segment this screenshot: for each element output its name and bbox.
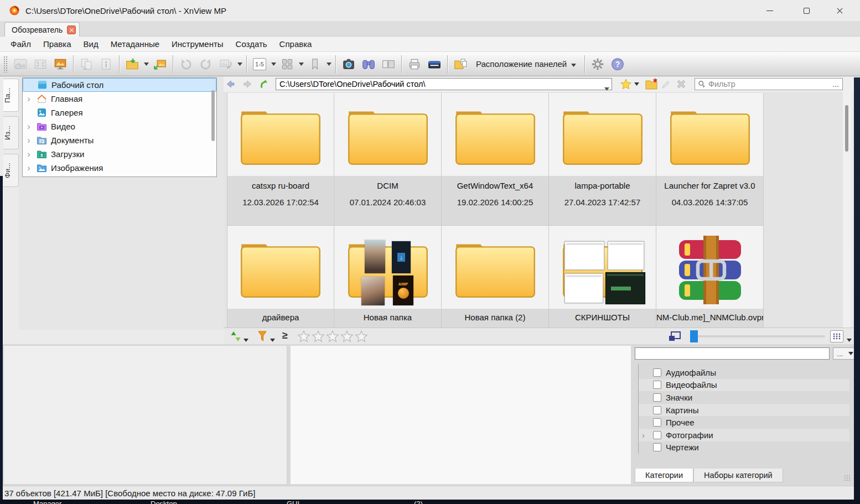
category-row[interactable]: Значки xyxy=(639,391,849,404)
rating-operator[interactable]: ≥ xyxy=(282,330,288,341)
transform-dropdown-icon[interactable] xyxy=(236,54,244,74)
category-checkbox[interactable] xyxy=(653,418,661,427)
help-button[interactable]: ? xyxy=(608,54,628,74)
new-folder-button[interactable]: ✱ xyxy=(645,77,658,91)
rating-filter-dropdown-icon[interactable] xyxy=(270,335,275,345)
file-item[interactable]: драйвера xyxy=(227,226,334,328)
rating-filter-icon[interactable] xyxy=(256,330,269,343)
file-item[interactable]: ↓AIMPНовая папка xyxy=(334,226,442,328)
tree-item-4[interactable]: ›Документы xyxy=(23,133,216,147)
sort-button[interactable] xyxy=(229,330,242,343)
menu-item-0[interactable]: Файл xyxy=(4,38,37,50)
chevron-right-icon[interactable]: › xyxy=(25,164,33,172)
bookmark-dropdown-icon[interactable] xyxy=(325,54,333,74)
file-item[interactable]: Launcher for Zapret v3.004.03.2026 14:37… xyxy=(656,93,764,226)
file-item[interactable]: lampa-portable27.04.2023 17:42:57 xyxy=(549,93,656,226)
close-button[interactable] xyxy=(827,2,852,19)
filter-more-button[interactable]: ... xyxy=(832,80,840,89)
maximize-button[interactable] xyxy=(794,2,819,19)
search-button[interactable] xyxy=(359,54,379,74)
slideshow-button[interactable] xyxy=(50,54,70,74)
file-item[interactable]: DCIM07.01.2024 20:46:03 xyxy=(334,93,442,226)
grid-view-button[interactable] xyxy=(830,330,843,342)
category-checkbox[interactable] xyxy=(653,443,661,451)
tree-item-6[interactable]: ›Изображения xyxy=(23,161,216,175)
batch-rename-button[interactable]: 1-5 xyxy=(250,54,270,74)
acquire-image-button[interactable] xyxy=(150,54,170,74)
favorites-dropdown-icon[interactable] xyxy=(634,77,639,91)
screen-capture-button[interactable] xyxy=(339,54,359,74)
chevron-right-icon[interactable]: › xyxy=(25,95,33,103)
grid-view-dropdown-icon[interactable] xyxy=(847,335,852,345)
menu-item-3[interactable]: Метаданные xyxy=(105,38,165,50)
chevron-right-icon[interactable]: › xyxy=(25,137,33,144)
sort-dropdown-icon[interactable] xyxy=(244,335,248,345)
tree-item-3[interactable]: ›Видео xyxy=(23,119,216,133)
up-button[interactable] xyxy=(257,77,271,91)
panel-tab-1[interactable]: Из... xyxy=(3,116,19,149)
category-row[interactable]: Аудиофайлы xyxy=(639,366,849,379)
rating-stars[interactable] xyxy=(297,329,369,344)
category-row[interactable]: Прочее xyxy=(639,416,849,429)
print-button[interactable] xyxy=(405,54,424,74)
menu-item-1[interactable]: Правка xyxy=(37,38,77,50)
category-checkbox[interactable] xyxy=(653,368,661,377)
tree-item-0[interactable]: Рабочий стол xyxy=(23,78,216,92)
category-checkbox[interactable] xyxy=(653,393,661,402)
batch-rename-dropdown-icon[interactable] xyxy=(270,54,277,74)
tree-scrollbar[interactable] xyxy=(211,90,215,141)
category-row[interactable]: ›Фотографии xyxy=(639,429,849,441)
chevron-right-icon[interactable]: › xyxy=(642,430,645,440)
category-checkbox[interactable] xyxy=(653,431,661,439)
view-mode-button[interactable] xyxy=(277,54,297,74)
browse-folder-button[interactable] xyxy=(122,54,142,74)
menu-item-4[interactable]: Инструменты xyxy=(165,38,230,50)
category-row[interactable]: Картины xyxy=(639,404,849,417)
thumbnail-size-icon[interactable] xyxy=(669,331,681,341)
filter-input[interactable] xyxy=(708,80,830,89)
copy-files-button[interactable] xyxy=(450,54,470,74)
scan-button[interactable] xyxy=(424,54,444,74)
settings-button[interactable] xyxy=(588,54,608,74)
file-item[interactable]: Новая папка (2) xyxy=(442,226,549,328)
category-more-button[interactable]: ... xyxy=(833,347,847,360)
category-row[interactable]: Чертежи xyxy=(639,441,849,454)
star-icon[interactable] xyxy=(340,329,354,344)
bookmark-button[interactable] xyxy=(305,54,325,74)
panel-tab-0[interactable]: Па... xyxy=(3,79,19,112)
browse-folder-dropdown-icon[interactable] xyxy=(142,54,150,74)
chevron-right-icon[interactable]: › xyxy=(25,150,33,158)
panel-layout-dropdown[interactable]: Расположение панелей xyxy=(476,59,576,69)
minimize-button[interactable] xyxy=(757,2,783,19)
file-item[interactable]: GetWindowText_x6419.02.2026 14:00:25 xyxy=(442,93,549,226)
category-tab-0[interactable]: Категории xyxy=(635,469,693,482)
chevron-right-icon[interactable]: › xyxy=(25,123,33,131)
category-checkbox[interactable] xyxy=(653,406,661,414)
resize-grip[interactable] xyxy=(844,475,851,481)
favorites-star-button[interactable] xyxy=(620,77,632,91)
slider-thumb[interactable] xyxy=(690,330,698,342)
path-combo[interactable] xyxy=(276,78,612,90)
menu-item-5[interactable]: Создать xyxy=(230,38,273,50)
filter-box[interactable]: ... xyxy=(695,78,843,90)
grid-scrollbar[interactable] xyxy=(843,92,851,328)
toolbar-grip[interactable] xyxy=(3,56,7,72)
star-icon[interactable] xyxy=(325,329,340,344)
star-icon[interactable] xyxy=(297,329,311,344)
thumbnail-size-slider[interactable] xyxy=(690,335,825,337)
tree-item-2[interactable]: Галерея xyxy=(23,106,216,119)
tab-close-icon[interactable] xyxy=(67,25,76,34)
tree-item-5[interactable]: ›Загрузки xyxy=(23,147,216,161)
star-icon[interactable] xyxy=(354,329,369,344)
star-icon[interactable] xyxy=(311,329,325,344)
category-search-input[interactable] xyxy=(635,347,830,360)
category-row[interactable]: Видеофайлы xyxy=(639,379,849,392)
view-mode-dropdown-icon[interactable] xyxy=(297,54,305,74)
category-tab-1[interactable]: Наборы категорий xyxy=(693,469,783,482)
menu-item-6[interactable]: Справка xyxy=(273,38,318,50)
file-item[interactable]: СКРИНШОТЫ xyxy=(549,226,656,328)
compare-button[interactable] xyxy=(379,54,398,74)
path-input[interactable] xyxy=(276,80,597,89)
file-item[interactable]: NM-Club.me]_NNMClub.ovpr xyxy=(656,226,764,328)
file-item[interactable]: catsxp ru-board12.03.2026 17:02:54 xyxy=(227,93,334,226)
